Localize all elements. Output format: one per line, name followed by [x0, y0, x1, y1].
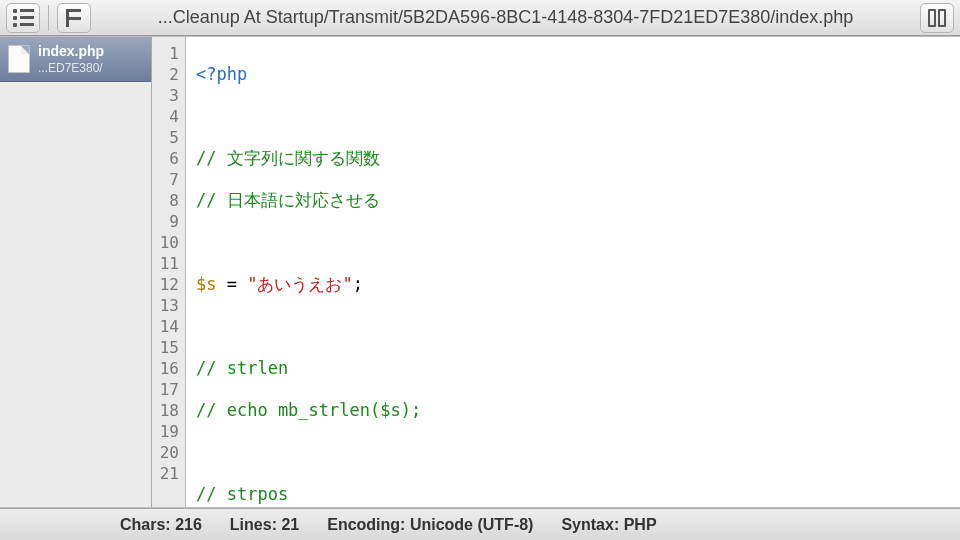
- view-tree-button[interactable]: [57, 3, 91, 33]
- status-encoding: Encoding: Unicode (UTF-8): [327, 516, 533, 534]
- code-line: [196, 442, 950, 463]
- line-number: 5: [152, 127, 185, 148]
- line-number: 19: [152, 421, 185, 442]
- line-number: 2: [152, 64, 185, 85]
- line-number: 1: [152, 43, 185, 64]
- code-line: // 文字列に関する関数: [196, 148, 950, 169]
- window-title: ...Cleanup At Startup/Transmit/5B2DA596-…: [97, 7, 914, 28]
- view-list-button[interactable]: [6, 3, 40, 33]
- line-number: 7: [152, 169, 185, 190]
- line-number: 8: [152, 190, 185, 211]
- code-line: // strlen: [196, 358, 950, 379]
- line-number: 9: [152, 211, 185, 232]
- columns-icon: [928, 9, 946, 27]
- file-icon: [8, 45, 30, 73]
- toolbar: ...Cleanup At Startup/Transmit/5B2DA596-…: [0, 0, 960, 36]
- tree-icon: [64, 9, 84, 27]
- line-number: 20: [152, 442, 185, 463]
- open-file-tab[interactable]: index.php ...ED7E380/: [0, 37, 151, 82]
- list-icon: [13, 9, 34, 27]
- code-line: $s = "あいうえお";: [196, 274, 950, 295]
- code-line: [196, 316, 950, 337]
- main-body: index.php ...ED7E380/ 123456789101112131…: [0, 36, 960, 508]
- status-lines: Lines: 21: [230, 516, 299, 534]
- code-editor[interactable]: <?php // 文字列に関する関数 // 日本語に対応させる $s = "あい…: [186, 37, 960, 507]
- code-line: [196, 106, 950, 127]
- line-number: 6: [152, 148, 185, 169]
- code-line: <?php: [196, 64, 950, 85]
- line-number-gutter: 123456789101112131415161718192021: [152, 37, 186, 507]
- line-number: 4: [152, 106, 185, 127]
- file-tab-text: index.php ...ED7E380/: [38, 43, 104, 75]
- line-number: 14: [152, 316, 185, 337]
- line-number: 3: [152, 85, 185, 106]
- line-number: 10: [152, 232, 185, 253]
- file-path: ...ED7E380/: [38, 61, 104, 75]
- line-number: 17: [152, 379, 185, 400]
- line-number: 18: [152, 400, 185, 421]
- line-number: 16: [152, 358, 185, 379]
- status-chars: Chars: 216: [120, 516, 202, 534]
- line-number: 21: [152, 463, 185, 484]
- code-line: [196, 232, 950, 253]
- code-line: // strpos: [196, 484, 950, 505]
- split-view-button[interactable]: [920, 3, 954, 33]
- toolbar-separator: [48, 5, 49, 31]
- status-bar: Chars: 216 Lines: 21 Encoding: Unicode (…: [0, 508, 960, 540]
- line-number: 13: [152, 295, 185, 316]
- line-number: 15: [152, 337, 185, 358]
- line-number: 11: [152, 253, 185, 274]
- line-number: 12: [152, 274, 185, 295]
- status-syntax: Syntax: PHP: [561, 516, 656, 534]
- code-line: // 日本語に対応させる: [196, 190, 950, 211]
- code-line: // echo mb_strlen($s);: [196, 400, 950, 421]
- sidebar: index.php ...ED7E380/: [0, 37, 152, 507]
- file-name: index.php: [38, 43, 104, 59]
